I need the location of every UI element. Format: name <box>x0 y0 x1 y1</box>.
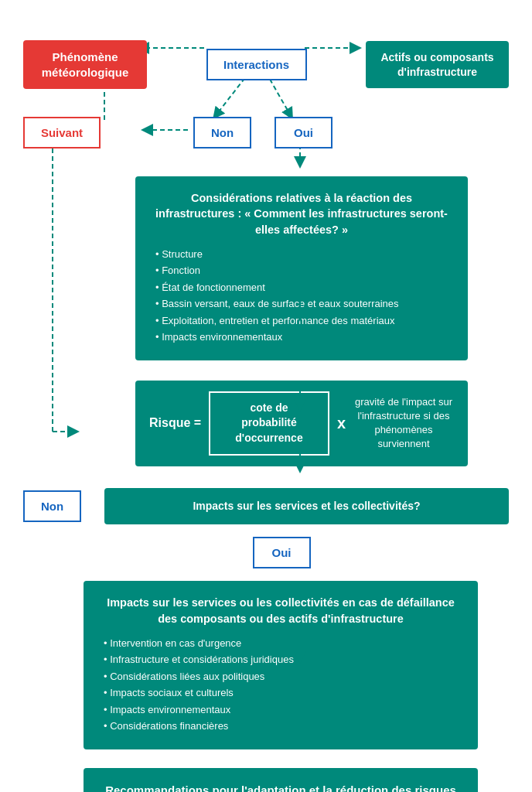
box-oui2: Oui <box>253 537 311 568</box>
box-interactions: Interactions <box>206 49 307 80</box>
box-impacts-services: Impacts sur les services et les collecti… <box>104 488 509 525</box>
risque-multiply: x <box>337 415 346 432</box>
considerations-title: Considérations relatives à la réaction d… <box>152 190 451 237</box>
list-item: Impacts sociaux et culturels <box>104 685 461 701</box>
list-item: Structure <box>155 247 451 262</box>
box-suivant: Suivant <box>23 117 101 148</box>
list-item: Impacts environnementaux <box>104 702 461 718</box>
list-item: Bassin versant, eaux de surface et eaux … <box>155 296 451 312</box>
list-item: Considérations financières <box>104 719 461 734</box>
list-item: Intervention en cas d'urgence <box>104 636 461 651</box>
list-item: Impacts environnementaux <box>155 329 451 345</box>
list-item: Considérations liées aux politiques <box>104 669 461 684</box>
box-phenomene: Phénomène météorologique <box>23 40 147 89</box>
list-item: Infrastructure et considérations juridiq… <box>104 652 461 667</box>
list-item: Fonction <box>155 263 451 278</box>
considerations-list: Structure Fonction État de fonctionnemen… <box>152 247 451 345</box>
box-non2: Non <box>23 490 81 522</box>
box-actifs: Actifs ou composants d'infrastructure <box>366 41 509 87</box>
box-non: Non <box>193 117 251 148</box>
risque-gravity: gravité de l'impact sur l'infrastructure… <box>353 395 454 452</box>
impacts-collectivites-list: Intervention en cas d'urgence Infrastruc… <box>101 636 461 734</box>
impacts-collectivites-title: Impacts sur les services ou les collecti… <box>101 595 461 626</box>
list-item: Exploitation, entretien et performance d… <box>155 313 451 329</box>
risque-probability: cote de probabilité d'occurrence <box>209 391 329 456</box>
risque-label: Risque = <box>149 416 201 430</box>
box-oui: Oui <box>275 117 332 148</box>
list-item: État de fonctionnement <box>155 280 451 295</box>
box-recommandations: Recommandations pour l'adaptation et la … <box>84 768 478 792</box>
